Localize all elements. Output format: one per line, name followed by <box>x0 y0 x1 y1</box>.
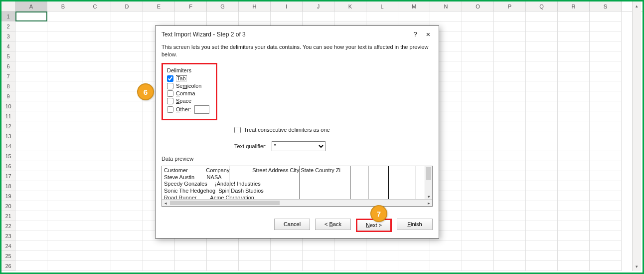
cell[interactable] <box>558 251 590 261</box>
help-icon[interactable]: ? <box>409 30 422 38</box>
cell[interactable] <box>239 261 271 271</box>
delimiter-semicolon-checkbox[interactable]: Semicolon <box>167 83 212 89</box>
chevron-down-icon[interactable]: ▾ <box>425 194 432 199</box>
cell[interactable] <box>15 151 47 161</box>
cell[interactable] <box>47 21 79 31</box>
cell[interactable] <box>79 41 111 51</box>
cell[interactable] <box>494 11 526 21</box>
cell[interactable] <box>79 191 111 201</box>
cell[interactable] <box>239 11 271 21</box>
cell[interactable] <box>111 171 143 181</box>
cell[interactable] <box>271 241 303 251</box>
cell[interactable] <box>590 211 622 221</box>
column-header[interactable]: N <box>430 1 462 11</box>
cell[interactable] <box>111 141 143 151</box>
cell[interactable] <box>47 61 79 71</box>
cell[interactable] <box>590 181 622 191</box>
cell[interactable] <box>47 261 79 271</box>
cell[interactable] <box>462 201 494 211</box>
cell[interactable] <box>47 41 79 51</box>
cell[interactable] <box>462 41 494 51</box>
cell[interactable] <box>494 101 526 111</box>
cell[interactable] <box>462 121 494 131</box>
cell[interactable] <box>462 101 494 111</box>
scroll-up-icon[interactable]: ▴ <box>633 1 641 10</box>
cell[interactable] <box>271 11 303 21</box>
cell[interactable] <box>558 151 590 161</box>
row-header[interactable]: 12 <box>1 121 15 131</box>
cell[interactable] <box>111 211 143 221</box>
cell[interactable] <box>558 91 590 101</box>
cell[interactable] <box>558 181 590 191</box>
cell[interactable] <box>494 141 526 151</box>
cell[interactable] <box>558 171 590 181</box>
cell[interactable] <box>111 191 143 201</box>
cell[interactable] <box>111 111 143 121</box>
cell[interactable] <box>462 181 494 191</box>
dialog-titlebar[interactable]: Text Import Wizard - Step 2 of 3 ? × <box>156 26 439 41</box>
cell[interactable] <box>398 241 430 251</box>
cell[interactable] <box>15 81 47 91</box>
cell[interactable] <box>590 221 622 231</box>
cell[interactable] <box>47 141 79 151</box>
cell[interactable] <box>79 31 111 41</box>
cell[interactable] <box>558 81 590 91</box>
column-header[interactable]: D <box>111 1 143 11</box>
cancel-button[interactable]: Cancel <box>274 219 310 230</box>
cell[interactable] <box>79 231 111 241</box>
cell[interactable] <box>366 261 398 271</box>
cell[interactable] <box>590 231 622 241</box>
row-header[interactable]: 19 <box>1 191 15 201</box>
cell[interactable] <box>303 251 334 261</box>
cell[interactable] <box>462 171 494 181</box>
cell[interactable] <box>47 171 79 181</box>
cell[interactable] <box>111 51 143 61</box>
cell[interactable] <box>15 71 47 81</box>
cell[interactable] <box>526 161 558 171</box>
cell[interactable] <box>398 11 430 21</box>
cell[interactable] <box>111 121 143 131</box>
preview-horizontal-scrollbar[interactable]: ◂ ▸ <box>162 199 432 206</box>
cell[interactable] <box>15 241 47 251</box>
cell[interactable] <box>526 71 558 81</box>
cell[interactable] <box>590 131 622 141</box>
cell[interactable] <box>494 91 526 101</box>
cell[interactable] <box>143 261 175 271</box>
cell[interactable] <box>590 21 622 31</box>
cell[interactable] <box>526 81 558 91</box>
row-header[interactable]: 1 <box>1 11 15 21</box>
cell[interactable] <box>494 201 526 211</box>
cell[interactable] <box>590 51 622 61</box>
cell[interactable] <box>79 181 111 191</box>
cell[interactable] <box>494 111 526 121</box>
cell[interactable] <box>79 241 111 251</box>
cell[interactable] <box>558 241 590 251</box>
delimiter-tab-checkbox[interactable]: Tab <box>167 75 212 82</box>
vertical-scrollbar[interactable]: ▴ ▾ <box>632 1 641 271</box>
cell[interactable] <box>462 61 494 71</box>
cell[interactable] <box>15 211 47 221</box>
row-header[interactable]: 7 <box>1 71 15 81</box>
cell[interactable] <box>590 251 622 261</box>
cell[interactable] <box>590 41 622 51</box>
cell[interactable] <box>79 91 111 101</box>
cell[interactable] <box>526 101 558 111</box>
cell[interactable] <box>15 131 47 141</box>
cell[interactable] <box>526 21 558 31</box>
cell[interactable] <box>15 181 47 191</box>
row-header[interactable]: 3 <box>1 31 15 41</box>
cell[interactable] <box>526 181 558 191</box>
row-header[interactable]: 11 <box>1 111 15 121</box>
cell[interactable] <box>111 241 143 251</box>
cell[interactable] <box>494 121 526 131</box>
cell[interactable] <box>558 211 590 221</box>
cell[interactable] <box>526 111 558 121</box>
cell[interactable] <box>494 71 526 81</box>
cell[interactable] <box>558 121 590 131</box>
cell[interactable] <box>15 61 47 71</box>
cell[interactable] <box>558 111 590 121</box>
chevron-left-icon[interactable]: ◂ <box>162 200 169 206</box>
cell[interactable] <box>462 241 494 251</box>
row-header[interactable]: 18 <box>1 181 15 191</box>
cell[interactable] <box>15 141 47 151</box>
